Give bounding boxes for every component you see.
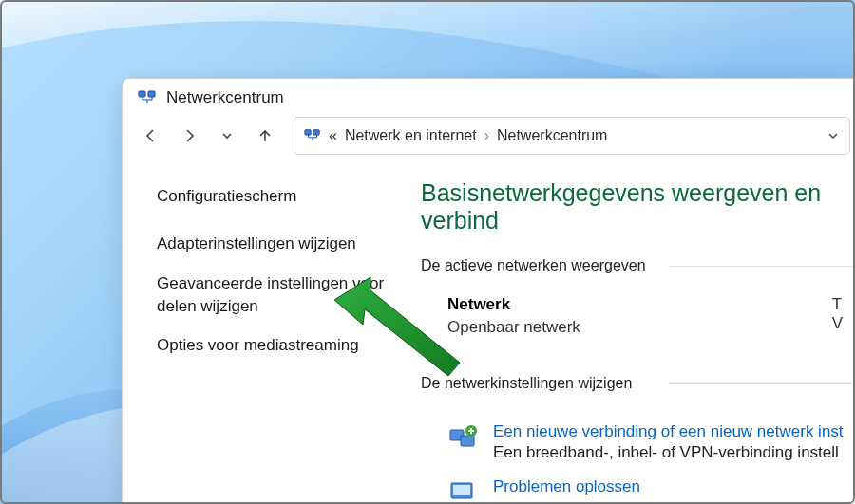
svg-rect-5 [461,436,474,446]
chevron-down-icon[interactable] [826,129,840,142]
back-button[interactable] [134,119,168,153]
page-heading: Basisnetwerkgegevens weergeven en verbin… [421,179,855,234]
up-button[interactable] [248,119,282,153]
svg-rect-1 [148,91,155,97]
cropped-right-text: T V [832,295,843,333]
content-area: Basisnetwerkgegevens weergeven en verbin… [417,164,855,504]
svg-rect-8 [453,485,470,495]
action-troubleshoot[interactable]: Problemen oplossen [421,468,855,504]
svg-rect-3 [314,130,319,135]
recent-locations-button[interactable] [210,119,244,153]
network-center-icon [304,127,321,144]
troubleshoot-icon [447,477,480,504]
sidebar-item-media-streaming[interactable]: Opties voor mediastreaming [157,334,394,357]
breadcrumb-ellipsis[interactable]: « [329,127,337,144]
sidebar: Configuratiescherm Adapterinstellingen w… [123,164,417,504]
network-name: Netwerk [447,295,855,314]
svg-rect-2 [305,130,311,135]
section-change-settings-label: De netwerkinstellingen wijzigen [421,375,855,392]
active-network-block: Netwerk Openbaar netwerk T V [421,295,855,337]
section-active-networks-label: De actieve netwerken weergeven [421,257,855,274]
chevron-right-icon: › [484,127,489,144]
new-connection-icon [447,422,480,455]
control-panel-home-link[interactable]: Configuratiescherm [157,187,417,206]
network-center-icon [138,88,157,107]
breadcrumb-item[interactable]: Netwerk en internet [345,127,477,144]
breadcrumb-item[interactable]: Netwerkcentrum [497,127,607,144]
nav-toolbar: « Netwerk en internet › Netwerkcentrum [123,111,855,164]
action-link[interactable]: Een nieuwe verbinding of een nieuw netwe… [493,422,844,441]
action-link[interactable]: Problemen oplossen [493,477,640,496]
action-desc: Een breedband-, inbel- of VPN-verbinding… [493,443,844,462]
svg-rect-0 [139,91,145,97]
window-title: Netwerkcentrum [166,88,284,107]
control-panel-window: Netwerkcentrum « Netwerk en internet › N… [122,78,855,504]
sidebar-item-adapter-settings[interactable]: Adapterinstellingen wijzigen [157,233,394,255]
sidebar-item-advanced-sharing[interactable]: Geavanceerde instellingen voor delen wij… [157,272,394,318]
action-new-connection[interactable]: Een nieuwe verbinding of een nieuw netwe… [421,413,855,468]
window-body: Configuratiescherm Adapterinstellingen w… [123,164,855,504]
titlebar: Netwerkcentrum [123,79,855,111]
network-type: Openbaar netwerk [447,318,855,337]
address-bar[interactable]: « Netwerk en internet › Netwerkcentrum [294,117,850,155]
forward-button[interactable] [172,119,206,153]
